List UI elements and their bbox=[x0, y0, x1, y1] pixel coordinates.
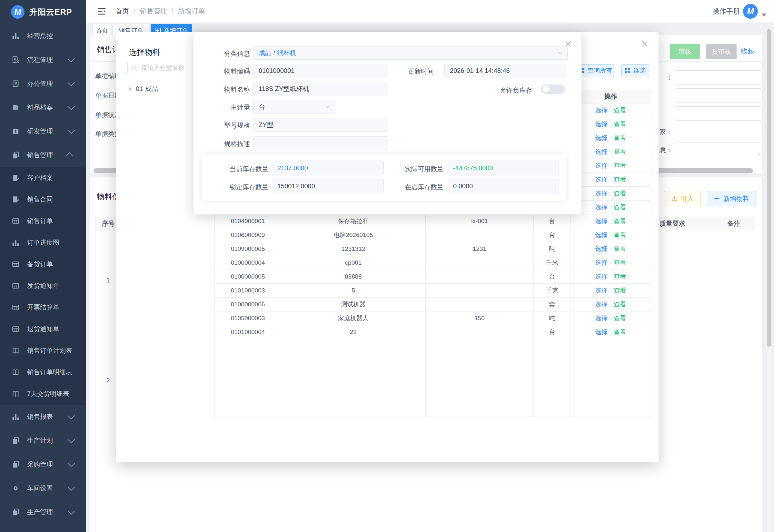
sidebar-item[interactable]: 研发管理 bbox=[0, 119, 86, 143]
view-link[interactable]: 查看 bbox=[614, 204, 626, 211]
select-link[interactable]: 选择 bbox=[595, 218, 608, 224]
sidebar-item[interactable]: 料品档案 bbox=[0, 95, 86, 119]
sidebar-item[interactable]: 销售订单明细表 bbox=[0, 361, 86, 383]
select-link[interactable]: 选择 bbox=[595, 301, 608, 308]
form-input[interactable] bbox=[674, 125, 762, 139]
view-link[interactable]: 查看 bbox=[614, 232, 626, 238]
sidebar-item[interactable]: 7天交货明细表 bbox=[0, 383, 86, 405]
sidebar-item[interactable]: 发货通知单 bbox=[0, 275, 86, 297]
import-button[interactable]: 引入 bbox=[664, 191, 701, 206]
collapse-link[interactable]: 收起 bbox=[741, 46, 754, 55]
neg-stock-toggle[interactable] bbox=[541, 84, 565, 94]
table-cell-actions: 选择查看 bbox=[571, 117, 650, 131]
select-link[interactable]: 选择 bbox=[595, 259, 608, 266]
avatar[interactable]: M bbox=[743, 4, 758, 19]
audit-button[interactable]: 审核 bbox=[670, 44, 700, 59]
chevron-down-icon[interactable] bbox=[762, 14, 766, 16]
select-link[interactable]: 选择 bbox=[595, 329, 608, 335]
copy-icon bbox=[11, 460, 20, 469]
name-input[interactable]: 118S ZY型纸杯机 bbox=[253, 82, 388, 95]
select-link[interactable]: 选择 bbox=[595, 204, 608, 211]
unaudit-button[interactable]: 反审核 bbox=[706, 44, 737, 59]
sidebar-item[interactable]: 生产计划 bbox=[0, 429, 86, 452]
view-link[interactable]: 查看 bbox=[614, 329, 626, 335]
unit-select[interactable]: 台 bbox=[253, 100, 335, 113]
select-link[interactable]: 选择 bbox=[595, 315, 608, 321]
view-link[interactable]: 查看 bbox=[614, 176, 626, 183]
resize-handle-icon[interactable] bbox=[757, 152, 761, 156]
select-link[interactable]: 选择 bbox=[595, 176, 608, 183]
sidebar-item[interactable]: 经营总控 bbox=[0, 24, 86, 48]
sidebar-item[interactable]: 加工车间 bbox=[0, 524, 86, 532]
sidebar-item[interactable]: 销售合同 bbox=[0, 189, 86, 210]
form-textarea[interactable] bbox=[674, 143, 762, 157]
form-input[interactable] bbox=[674, 70, 762, 84]
sidebar-item[interactable]: 销售管理 bbox=[0, 143, 86, 167]
select-link[interactable]: 选择 bbox=[595, 232, 608, 238]
sidebar-item[interactable]: 客户档案 bbox=[0, 167, 86, 189]
query-all-button[interactable]: 查询所有 bbox=[577, 64, 614, 77]
sidebar-collapse-icon[interactable] bbox=[97, 6, 106, 16]
view-link[interactable]: 查看 bbox=[614, 259, 626, 266]
view-link[interactable]: 查看 bbox=[614, 148, 626, 155]
sidebar-item[interactable]: 流程管理 bbox=[0, 48, 86, 72]
sidebar-submenu: 客户档案销售合同销售订单订单进度图备货订单发货通知单开票结算单退货通知单销售订单… bbox=[0, 167, 86, 405]
breadcrumb-home[interactable]: 首页 bbox=[115, 6, 129, 15]
select-link[interactable]: 选择 bbox=[595, 134, 608, 141]
view-link[interactable]: 查看 bbox=[614, 287, 626, 294]
select-link[interactable]: 选择 bbox=[595, 121, 608, 127]
transit-stock-input[interactable]: 0.0000 bbox=[448, 179, 559, 193]
audit-button-label: 审核 bbox=[679, 47, 691, 56]
add-material-button[interactable]: 新增物料 bbox=[707, 191, 756, 206]
sidebar-item[interactable]: 采购管理 bbox=[0, 452, 86, 476]
sidebar-item[interactable]: 销售订单 bbox=[0, 210, 86, 232]
current-stock-input[interactable]: 2137.0000 bbox=[272, 161, 384, 175]
sidebar-item[interactable]: 车间设置 bbox=[0, 476, 86, 500]
select-link[interactable]: 选择 bbox=[595, 107, 608, 113]
tree-node-finished-goods[interactable]: 01-成品 bbox=[129, 84, 158, 93]
sidebar-item[interactable]: 开票结算单 bbox=[0, 297, 86, 318]
locked-stock-input[interactable]: 150012.0000 bbox=[272, 179, 384, 193]
code-input[interactable]: 0101000001 bbox=[253, 64, 388, 77]
form-input[interactable] bbox=[674, 106, 762, 121]
updated-input[interactable]: 2026-01-14 14:48:46 bbox=[444, 64, 566, 77]
view-link[interactable]: 查看 bbox=[614, 134, 626, 141]
table-icon bbox=[11, 303, 20, 312]
view-link[interactable]: 查看 bbox=[614, 107, 626, 113]
breadcrumb-sales[interactable]: 销售管理 bbox=[140, 6, 167, 15]
sidebar-item[interactable]: 订单进度图 bbox=[0, 232, 86, 253]
vertical-scrollbar-thumb[interactable] bbox=[767, 29, 771, 347]
chevron-right-icon[interactable] bbox=[129, 87, 132, 91]
view-link[interactable]: 查看 bbox=[614, 162, 626, 169]
spec-input[interactable] bbox=[253, 136, 388, 150]
select-link[interactable]: 选择 bbox=[595, 287, 608, 294]
view-link[interactable]: 查看 bbox=[614, 190, 626, 197]
manual-link[interactable]: 操作手册 bbox=[713, 7, 740, 16]
sidebar-item[interactable]: 生产管理 bbox=[0, 500, 86, 524]
sidebar-item[interactable]: 销售订单计划表 bbox=[0, 340, 86, 361]
close-icon[interactable] bbox=[640, 39, 649, 48]
view-link[interactable]: 查看 bbox=[614, 301, 626, 308]
select-link[interactable]: 选择 bbox=[595, 162, 608, 169]
import-button-label: 引入 bbox=[681, 194, 694, 203]
model-input[interactable]: ZY型 bbox=[253, 118, 388, 132]
select-link[interactable]: 选择 bbox=[595, 273, 608, 280]
select-link[interactable]: 选择 bbox=[595, 148, 608, 155]
view-link[interactable]: 查看 bbox=[614, 218, 626, 224]
form-input[interactable] bbox=[674, 88, 762, 103]
view-link[interactable]: 查看 bbox=[614, 121, 626, 127]
sidebar-item[interactable]: 备货订单 bbox=[0, 253, 86, 275]
view-link[interactable]: 查看 bbox=[614, 245, 626, 252]
category-select[interactable]: 成品 / 纸杯机 bbox=[253, 46, 568, 60]
sidebar-item[interactable]: 办公管理 bbox=[0, 72, 86, 95]
table-cell-name: 家庭机器人 bbox=[281, 311, 426, 325]
view-link[interactable]: 查看 bbox=[614, 273, 626, 280]
available-stock-input[interactable]: -147875.0000 bbox=[448, 161, 559, 175]
model-label: 型号规格 bbox=[185, 121, 250, 130]
sidebar-item[interactable]: 销售报表 bbox=[0, 405, 86, 429]
sidebar-item[interactable]: 退货通知单 bbox=[0, 318, 86, 340]
select-link[interactable]: 选择 bbox=[595, 190, 608, 197]
view-link[interactable]: 查看 bbox=[614, 315, 626, 321]
select-link[interactable]: 选择 bbox=[595, 245, 608, 252]
multi-select-button[interactable]: 连选 bbox=[621, 64, 649, 77]
